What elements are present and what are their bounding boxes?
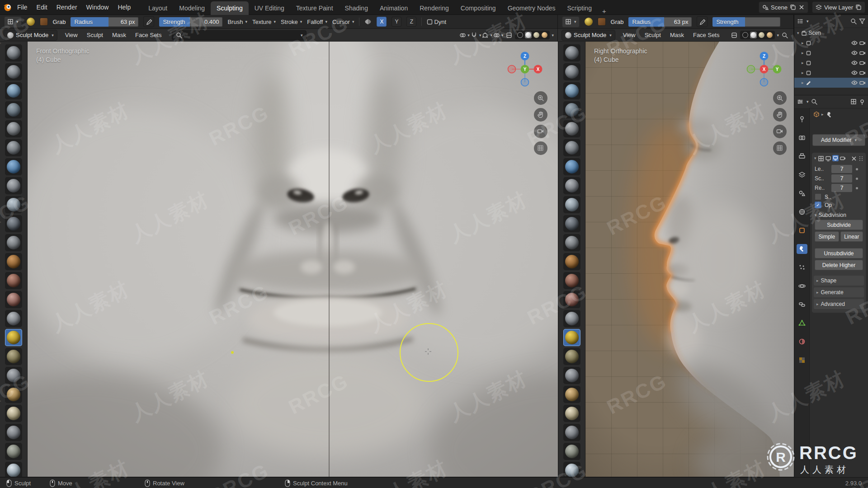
navigation-gizmo[interactable]: ZXY — [507, 51, 543, 87]
brush-clay[interactable] — [563, 82, 580, 99]
view-layer-selector[interactable]: View Layer — [812, 1, 865, 13]
dropdown-stroke[interactable]: Stroke▾ — [281, 19, 302, 25]
brush-draw-sharp[interactable] — [563, 63, 580, 80]
delete-higher-button[interactable]: Delete Higher — [815, 260, 863, 270]
viewport-shading-wireframe-button[interactable] — [742, 32, 749, 38]
brush-boundary[interactable] — [563, 462, 580, 477]
grid-ortho-button[interactable] — [773, 141, 787, 155]
add-workspace-button[interactable]: + — [598, 7, 611, 15]
brush-thumb[interactable] — [5, 367, 22, 384]
menu-window[interactable]: Window — [82, 0, 113, 15]
mode-selector[interactable]: Sculpt Mode▾ — [561, 30, 615, 41]
properties-tab-particles[interactable] — [797, 263, 807, 272]
brush-draw-sharp[interactable] — [5, 63, 22, 80]
strength-slider[interactable]: Strength — [712, 17, 780, 27]
brush-pose[interactable] — [563, 386, 580, 403]
symmetry-x-toggle[interactable]: X — [377, 17, 387, 27]
pivot-point-dropdown[interactable]: ▾ — [459, 30, 470, 40]
brush-rotate[interactable] — [563, 424, 580, 441]
simple-subdivide-button[interactable]: Simple — [815, 231, 839, 242]
brush-boundary[interactable] — [5, 462, 22, 477]
outliner-row-active-object[interactable]: ▸ — [794, 78, 868, 88]
outliner-row-scene-collection[interactable]: ▾Scen — [794, 28, 868, 38]
strength-slider[interactable]: Strength0.400 — [159, 17, 222, 27]
hide-viewport-icon[interactable] — [851, 61, 858, 65]
brush-grab[interactable] — [563, 329, 580, 346]
realtime-toggle[interactable] — [832, 155, 839, 161]
brush-slide-relax[interactable] — [5, 443, 22, 460]
subpanel-shape[interactable]: ▸Shape — [814, 276, 864, 286]
tool-dropdown[interactable]: ▾ — [4, 16, 22, 28]
texture-swatch[interactable] — [598, 18, 606, 26]
viewport-front[interactable]: Front Orthographic (4) Cube ZXY — [28, 42, 558, 477]
radius-pressure-toggle[interactable] — [143, 16, 154, 27]
workspace-tab-shading[interactable]: Shading — [339, 1, 374, 15]
dropdown-falloff[interactable]: Falloff▾ — [307, 19, 327, 25]
brush-inflate[interactable] — [563, 158, 580, 175]
disable-render-icon[interactable] — [859, 51, 865, 55]
mode-selector[interactable]: Sculpt Mode▾ — [4, 30, 57, 41]
menu-mask[interactable]: Mask — [666, 29, 688, 42]
brush-clay-thumb[interactable] — [5, 120, 22, 137]
menu-mask[interactable]: Mask — [108, 29, 130, 42]
properties-tab-render[interactable] — [797, 133, 807, 143]
field-value[interactable]: 7 — [831, 174, 852, 183]
workspace-tab-texture-paint[interactable]: Texture Paint — [290, 1, 339, 15]
checkbox-unchecked[interactable] — [815, 193, 821, 200]
brush-snake-hook[interactable] — [563, 348, 580, 365]
viewport-side[interactable]: Right Orthographic (4) Cube ZYX — [585, 42, 794, 477]
workspace-tab-modeling[interactable]: Modeling — [173, 1, 211, 15]
viewport-shading-solid-button[interactable] — [750, 32, 757, 38]
properties-tab-view-layer[interactable] — [797, 170, 807, 180]
viewport-shading-rendered-button[interactable] — [541, 32, 548, 38]
workspace-tab-rendering[interactable]: Rendering — [414, 1, 455, 15]
checkbox-checked[interactable]: ✓ — [815, 202, 821, 208]
pin-id-button[interactable] — [859, 99, 865, 105]
field-value[interactable]: 7 — [831, 184, 852, 192]
subdivision-section-header[interactable]: ▾Subdivision — [815, 212, 863, 218]
tool-dropdown[interactable]: ▾ — [562, 16, 580, 28]
menu-sculpt[interactable]: Sculpt — [641, 29, 665, 42]
brush-clay-thumb[interactable] — [563, 120, 580, 137]
properties-tab-modifiers[interactable] — [797, 244, 807, 254]
properties-tab-material[interactable] — [797, 337, 807, 347]
brush-slide-relax[interactable] — [563, 443, 580, 460]
menu-view[interactable]: View — [619, 29, 640, 42]
snap-toggle[interactable]: ▾ — [471, 30, 481, 40]
brush-pinch[interactable] — [563, 291, 580, 308]
delete-modifier-button[interactable] — [851, 155, 857, 161]
render-toggle[interactable] — [840, 156, 845, 160]
menu-face-sets[interactable]: Face Sets — [131, 29, 166, 42]
hide-viewport-icon[interactable] — [851, 70, 858, 75]
pan-button[interactable] — [773, 108, 787, 122]
animate-dot-icon[interactable] — [856, 168, 858, 170]
texture-swatch[interactable] — [40, 18, 48, 26]
viewport-shading-rendered-button[interactable] — [766, 32, 773, 38]
symmetry-z-toggle[interactable]: Z — [406, 17, 416, 27]
dropdown-texture[interactable]: Texture▾ — [252, 19, 276, 25]
add-modifier-button[interactable]: Add Modifier▾ — [812, 134, 865, 146]
properties-tab-texture[interactable] — [797, 355, 807, 365]
field-value[interactable]: 7 — [831, 165, 852, 173]
brush-pose[interactable] — [5, 386, 22, 403]
workspace-tab-animation[interactable]: Animation — [374, 1, 414, 15]
menu-view[interactable]: View — [61, 29, 82, 42]
brush-blob[interactable] — [563, 177, 580, 194]
menu-sculpt[interactable]: Sculpt — [83, 29, 107, 42]
workspace-tab-sculpting[interactable]: Sculpting — [211, 1, 249, 15]
outliner-search-button[interactable] — [850, 18, 857, 24]
pan-button[interactable] — [534, 108, 547, 122]
outliner-row[interactable]: ▸ — [794, 48, 868, 58]
viewport-shading-solid-button[interactable] — [525, 32, 532, 38]
brush-blob[interactable] — [5, 177, 22, 194]
new-scene-button[interactable] — [790, 4, 796, 10]
add-view-layer-button[interactable] — [855, 4, 862, 10]
zoom-button[interactable] — [773, 91, 787, 105]
edit-mode-toggle[interactable] — [825, 155, 831, 161]
menu-edit[interactable]: Edit — [32, 0, 52, 15]
brush-inflate[interactable] — [5, 158, 22, 175]
brush-nudge[interactable] — [563, 405, 580, 422]
navigation-gizmo[interactable]: ZYX — [746, 51, 782, 87]
brush-layer[interactable] — [563, 139, 580, 156]
drag-modifier-handle[interactable] — [858, 155, 863, 161]
